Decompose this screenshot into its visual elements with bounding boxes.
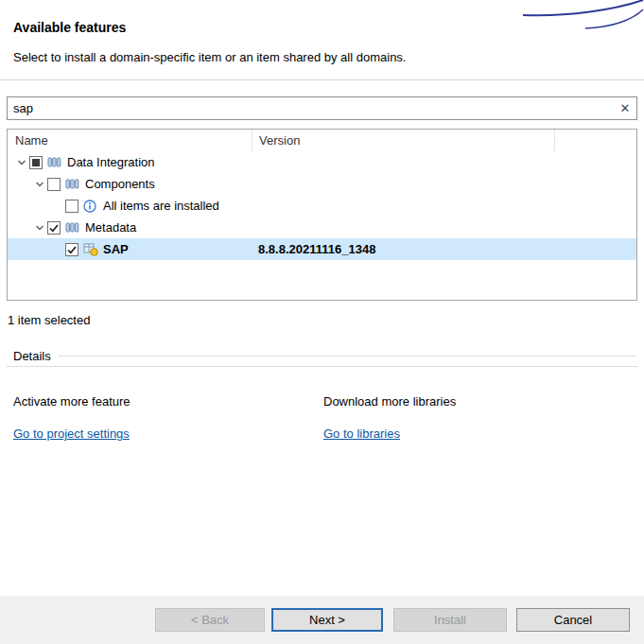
column-header-name[interactable]: Name (8, 130, 252, 151)
checkbox-checked[interactable] (65, 243, 78, 256)
wizard-header: Available features Select to install a d… (0, 0, 644, 80)
page-title: Available features (13, 20, 126, 35)
row-filler (554, 238, 636, 260)
download-libraries-heading: Download more libraries (323, 394, 627, 409)
row-filler (554, 217, 636, 238)
install-button: Install (393, 608, 507, 632)
back-button: < Back (155, 608, 265, 632)
details-group: Details Activate more feature Go to proj… (7, 348, 637, 441)
row-filler (554, 151, 636, 173)
row-filler (554, 173, 636, 195)
details-group-label: Details (7, 349, 51, 363)
dialog-button-bar: < Back Next > Install Cancel (0, 596, 644, 644)
checkbox-partial[interactable] (29, 156, 43, 169)
tree-item-label: All items are installed (103, 199, 219, 213)
bars-icon (65, 177, 81, 191)
tree-rows: Data IntegrationComponentsAll items are … (8, 151, 636, 260)
version-cell: 8.8.8.20211116_1348 (252, 242, 554, 256)
group-border-line-2 (7, 366, 637, 367)
column-header-filler (554, 130, 636, 151)
search-input[interactable] (8, 97, 614, 119)
chevron-down-icon[interactable] (31, 180, 47, 188)
features-table: Name Version Data IntegrationComponentsA… (7, 129, 637, 301)
go-to-project-settings-link[interactable]: Go to project settings (13, 426, 130, 441)
cancel-button[interactable]: Cancel (516, 608, 630, 632)
activate-feature-column: Activate more feature Go to project sett… (7, 394, 317, 441)
tree-row[interactable]: All items are installed (8, 195, 636, 217)
chevron-down-icon[interactable] (13, 158, 29, 166)
name-cell: Data Integration (8, 151, 252, 173)
name-cell: All items are installed (8, 195, 252, 217)
tree-item-label: Metadata (85, 220, 136, 235)
download-libraries-column: Download more libraries Go to libraries (317, 394, 627, 441)
checkbox-unchecked[interactable] (65, 200, 78, 213)
page-subtitle: Select to install a domain-specific item… (13, 50, 406, 64)
chevron-down-icon[interactable] (31, 223, 47, 232)
tree-row[interactable]: Data Integration (8, 151, 636, 173)
name-cell: Components (8, 173, 252, 195)
column-header-version[interactable]: Version (252, 130, 554, 151)
tree-row[interactable]: SAP8.8.8.20211116_1348 (8, 238, 636, 260)
row-filler (554, 195, 636, 217)
bars-icon (47, 155, 63, 169)
tree-item-label: SAP (103, 242, 129, 256)
go-to-libraries-link[interactable]: Go to libraries (323, 426, 400, 441)
tree-item-label: Data Integration (67, 155, 155, 169)
clear-search-icon[interactable]: ✕ (614, 101, 636, 115)
sap-icon (83, 242, 99, 256)
tree-item-label: Components (85, 177, 155, 191)
name-cell: Metadata (8, 217, 252, 238)
name-cell: SAP (8, 238, 252, 260)
checkbox-checked[interactable] (47, 221, 61, 235)
group-border-line (59, 356, 636, 357)
checkbox-unchecked[interactable] (47, 178, 61, 191)
selection-status: 1 item selected (8, 313, 90, 327)
next-button[interactable]: Next > (271, 608, 383, 632)
bars-icon (65, 220, 81, 235)
details-group-head: Details (7, 348, 637, 363)
tree-row[interactable]: Components (8, 173, 636, 195)
activate-feature-heading: Activate more feature (13, 394, 317, 409)
info-icon (83, 199, 99, 213)
table-header-row: Name Version (8, 130, 636, 151)
tree-row[interactable]: Metadata (8, 217, 636, 238)
feature-filter-box: ✕ (7, 96, 637, 120)
